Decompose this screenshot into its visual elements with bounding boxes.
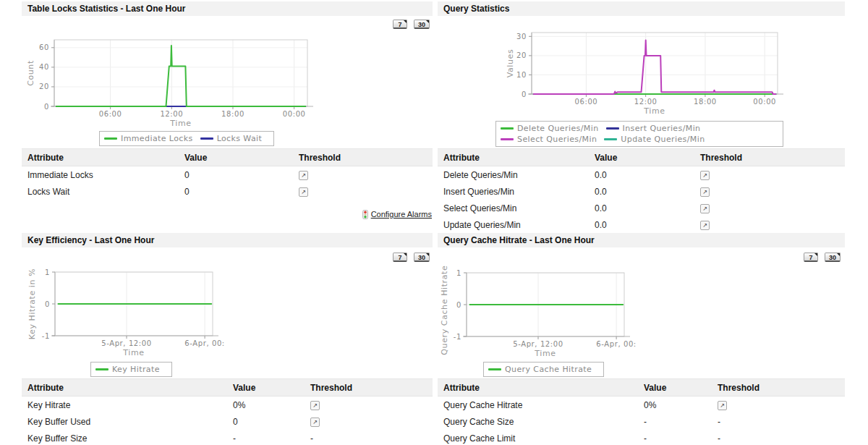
- value-cell: 0%: [227, 397, 305, 414]
- column-header-value: Value: [179, 149, 293, 166]
- period-7-days-button[interactable]: 7: [393, 20, 407, 29]
- svg-text:0: 0: [44, 103, 49, 111]
- svg-text:Count: Count: [26, 60, 35, 86]
- svg-text:30: 30: [516, 33, 527, 41]
- svg-text:Query Cache Hitrate in: Query Cache Hitrate in: [440, 266, 449, 355]
- panel-title-query-statistics: Query Statistics: [438, 1, 845, 16]
- svg-text:Time: Time: [534, 349, 556, 358]
- threshold-edit-icon[interactable]: ↗: [310, 401, 320, 410]
- svg-text:-1: -1: [42, 332, 50, 340]
- column-header-threshold: Threshold: [712, 379, 845, 397]
- svg-text:12:00: 12:00: [634, 98, 658, 106]
- period-button-label: 7: [809, 254, 812, 261]
- table-header-row: Attribute Value Threshold: [438, 149, 845, 166]
- attribute-cell: Insert Queries/Min: [438, 183, 589, 200]
- mini-arrow-icon: [814, 253, 817, 256]
- query-cache-attribute-table: Attribute Value Threshold Query Cache Hi…: [438, 378, 845, 445]
- svg-text:00:00: 00:00: [753, 98, 776, 106]
- period-30-days-button[interactable]: 30: [414, 20, 430, 29]
- legend-label: Query Cache Hitrate: [505, 365, 592, 374]
- period-button-label: 7: [398, 254, 401, 261]
- attribute-cell: Delete Queries/Min: [438, 166, 589, 184]
- traffic-light-icon: [362, 210, 368, 219]
- legend-item: Insert Queries/Min: [606, 123, 701, 134]
- table-header-row: Attribute Value Threshold: [438, 379, 845, 397]
- value-cell: -: [638, 430, 712, 445]
- legend-swatch-icon: [606, 127, 619, 130]
- svg-text:1: 1: [456, 269, 461, 277]
- attribute-cell: Query Cache Size: [438, 413, 638, 430]
- threshold-edit-icon[interactable]: ↗: [299, 171, 308, 180]
- period-30-days-button[interactable]: 30: [825, 253, 841, 262]
- svg-text:1: 1: [45, 268, 50, 276]
- threshold-cell: -: [712, 413, 845, 430]
- value-cell: 0: [179, 183, 293, 200]
- mini-arrow-icon: [426, 20, 429, 23]
- svg-text:0: 0: [45, 300, 50, 308]
- table-row: Select Queries/Min0.0↗: [438, 200, 845, 216]
- period-30-days-button[interactable]: 30: [414, 253, 430, 262]
- key-efficiency-attribute-table: Attribute Value Threshold Key Hitrate0%↗…: [22, 378, 433, 445]
- threshold-cell: ↗: [694, 200, 845, 216]
- svg-text:5-Apr, 12:00: 5-Apr, 12:00: [513, 340, 563, 348]
- column-header-attribute: Attribute: [22, 149, 179, 166]
- threshold-edit-icon[interactable]: ↗: [700, 187, 710, 197]
- table-header-row: Attribute Value Threshold: [22, 379, 433, 397]
- threshold-cell: ↗: [305, 397, 433, 414]
- threshold-edit-icon[interactable]: ↗: [718, 401, 727, 410]
- attribute-cell: Key Buffer Size: [22, 430, 227, 445]
- period-button-label: 7: [398, 21, 401, 28]
- svg-text:12:00: 12:00: [160, 110, 183, 118]
- table-row: Query Cache Size--: [438, 413, 845, 430]
- threshold-edit-icon[interactable]: ↗: [310, 418, 320, 427]
- table-locks-attribute-table: Attribute Value Threshold Immediate Lock…: [22, 148, 433, 200]
- legend-swatch-icon: [488, 368, 501, 370]
- column-header-threshold: Threshold: [293, 149, 433, 166]
- svg-text:18:00: 18:00: [694, 98, 717, 106]
- attribute-cell: Key Buffer Used: [22, 413, 227, 430]
- svg-text:Key Hitrate in %: Key Hitrate in %: [27, 268, 37, 340]
- threshold-cell: -: [712, 430, 845, 445]
- svg-text:06:00: 06:00: [99, 110, 122, 118]
- attribute-cell: Select Queries/Min: [438, 200, 589, 216]
- chart-legend: Delete Queries/MinInsert Queries/MinSele…: [495, 121, 783, 147]
- legend-swatch-icon: [501, 138, 514, 140]
- mini-arrow-icon: [426, 253, 429, 256]
- query-statistics-attribute-table: Attribute Value Threshold Delete Queries…: [438, 148, 845, 233]
- svg-text:18:00: 18:00: [221, 110, 244, 118]
- threshold-edit-icon[interactable]: ↗: [299, 187, 308, 197]
- svg-text:6-Apr, 00:: 6-Apr, 00:: [596, 340, 637, 348]
- attribute-cell: Update Queries/Min: [438, 216, 589, 233]
- panel-title-query-cache-hitrate: Query Cache Hitrate - Last One Hour: [438, 233, 845, 247]
- table-row: Query Cache Hitrate0%↗: [438, 397, 845, 414]
- mysql-monitor-dashboard: Table Locks Statistics - Last One Hour Q…: [0, 0, 868, 445]
- threshold-edit-icon[interactable]: ↗: [700, 221, 710, 230]
- panel-title-table-locks: Table Locks Statistics - Last One Hour: [22, 1, 433, 16]
- threshold-edit-icon[interactable]: ↗: [700, 171, 710, 180]
- period-button-label: 30: [418, 254, 425, 261]
- legend-item: Select Queries/Min: [501, 134, 597, 145]
- svg-text:40: 40: [39, 63, 49, 71]
- period-7-days-button[interactable]: 7: [393, 253, 407, 262]
- chart-canvas: 06:0012:0018:0000:000102030TimeValues: [438, 22, 785, 123]
- legend-item: Immediate Locks: [104, 133, 193, 144]
- attribute-cell: Query Cache Limit: [438, 430, 638, 445]
- threshold-cell: -: [305, 430, 433, 445]
- configure-alarms-link[interactable]: Configure Alarms: [371, 210, 432, 219]
- svg-text:20: 20: [516, 51, 527, 59]
- panel-title-key-efficiency: Key Efficiency - Last One Hour: [22, 233, 433, 247]
- legend-swatch-icon: [501, 127, 514, 130]
- legend-label: Immediate Locks: [121, 134, 193, 143]
- chart-canvas: 5-Apr, 12:006-Apr, 00:-101TimeQuery Cach…: [438, 266, 676, 363]
- threshold-edit-icon[interactable]: ↗: [700, 204, 710, 213]
- value-cell: -: [638, 413, 712, 430]
- legend-label: Locks Wait: [217, 134, 263, 143]
- threshold-cell: ↗: [712, 397, 845, 414]
- legend-item: Delete Queries/Min: [501, 123, 599, 134]
- column-header-value: Value: [638, 379, 712, 397]
- attribute-cell: Key Hitrate: [22, 397, 227, 414]
- threshold-cell: ↗: [694, 216, 845, 233]
- period-7-days-button[interactable]: 7: [804, 253, 818, 262]
- table-row: Update Queries/Min0.0↗: [438, 216, 845, 233]
- legend-label: Update Queries/Min: [621, 135, 705, 144]
